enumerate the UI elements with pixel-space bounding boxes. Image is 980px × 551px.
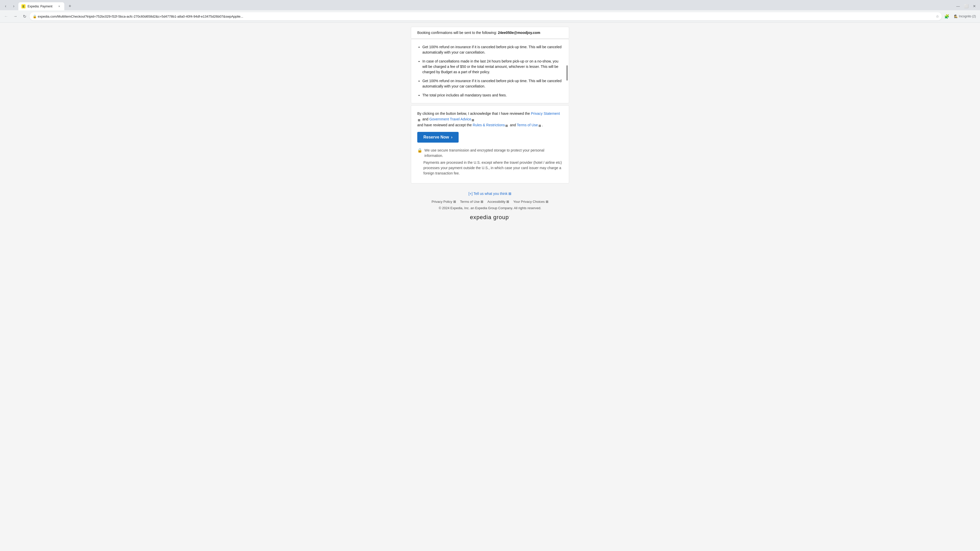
scrollbar-thumb[interactable] bbox=[566, 65, 568, 81]
incognito-icon: 🕵️ bbox=[954, 14, 958, 18]
external-icon: ⊠ bbox=[538, 124, 542, 127]
footer-logo: expedia group· bbox=[415, 214, 565, 221]
government-travel-link[interactable]: Government Travel Advice bbox=[429, 117, 471, 121]
minimize-button[interactable]: — bbox=[955, 3, 962, 10]
new-tab-button[interactable]: + bbox=[66, 3, 73, 10]
agreement-text: By clicking on the button below, I ackno… bbox=[417, 111, 563, 128]
window-controls: — ⬜ ✕ bbox=[955, 3, 978, 10]
address-bar-container: 🔒 ☆ bbox=[30, 12, 942, 21]
reserve-now-button[interactable]: Reserve Now › bbox=[417, 132, 458, 143]
footer-links: Privacy Policy ⊠ Terms of Use ⊠ Accessib… bbox=[415, 200, 565, 203]
active-tab[interactable]: E Expedia: Payment × bbox=[18, 2, 64, 11]
reserve-btn-label: Reserve Now bbox=[423, 135, 449, 140]
extensions-button[interactable]: 🧩 bbox=[943, 12, 951, 21]
reserve-btn-arrow: › bbox=[451, 135, 452, 140]
incognito-indicator: 🕵️ Incognito (2) bbox=[952, 14, 978, 19]
tab-title: Expedia: Payment bbox=[27, 5, 55, 8]
tab-favicon: E bbox=[21, 4, 25, 8]
maximize-button[interactable]: ⬜ bbox=[963, 3, 970, 10]
footer-privacy-choices-link[interactable]: Your Privacy Choices ⊠ bbox=[513, 200, 549, 203]
tab-prev-button[interactable]: ‹ bbox=[2, 3, 9, 10]
close-window-button[interactable]: ✕ bbox=[971, 3, 978, 10]
list-item: The total price includes all mandatory t… bbox=[422, 93, 563, 98]
lock-security-icon: 🔒 bbox=[417, 148, 422, 153]
browser-chrome: ‹ › E Expedia: Payment × + — ⬜ ✕ ← → ↻ 🔒… bbox=[0, 0, 980, 23]
agreement-and1: and bbox=[422, 117, 428, 121]
forward-button[interactable]: → bbox=[11, 12, 19, 21]
policy-list: Get 100% refund on insurance if it is ca… bbox=[417, 44, 563, 98]
extensions-icon: 🧩 bbox=[944, 14, 950, 19]
tab-close-button[interactable]: × bbox=[57, 4, 61, 8]
external-icon: ⊠ bbox=[506, 200, 509, 203]
footer-accessibility-link[interactable]: Accessibility ⊠ bbox=[487, 200, 509, 203]
external-icon: ⊠ bbox=[505, 124, 509, 127]
agreement-and3: and bbox=[510, 123, 516, 127]
agreement-prefix: By clicking on the button below, I ackno… bbox=[417, 111, 530, 116]
booking-email-link[interactable]: 24ee050e@moodjoy.com bbox=[498, 30, 540, 35]
agreement-card: By clicking on the button below, I ackno… bbox=[411, 105, 569, 183]
security-sub-text: Payments are processed in the U.S. excep… bbox=[417, 160, 563, 176]
rules-restrictions-link[interactable]: Rules & Restrictions bbox=[473, 123, 505, 127]
list-item: Get 100% refund on insurance if it is ca… bbox=[422, 78, 563, 89]
content-area: Booking confirmations will be sent to th… bbox=[411, 23, 569, 225]
feedback-external-icon: ⊠ bbox=[508, 192, 511, 196]
booking-confirmation-label: Booking confirmations will be sent to th… bbox=[417, 30, 497, 35]
booking-email-row: Booking confirmations will be sent to th… bbox=[411, 27, 569, 38]
footer-privacy-policy-link[interactable]: Privacy Policy ⊠ bbox=[431, 200, 456, 203]
external-icon: ⊠ bbox=[472, 118, 475, 121]
external-icon: ⊠ bbox=[418, 118, 422, 121]
external-icon: ⊠ bbox=[453, 200, 456, 203]
footer: [+] Tell us what you think ⊠ Privacy Pol… bbox=[411, 183, 569, 225]
refresh-button[interactable]: ↻ bbox=[21, 12, 29, 21]
external-icon: ⊠ bbox=[480, 200, 484, 203]
bookmark-icon[interactable]: ☆ bbox=[936, 14, 939, 18]
privacy-statement-link[interactable]: Privacy Statement bbox=[531, 111, 560, 116]
external-icon: ⊠ bbox=[546, 200, 549, 203]
security-main-text: We use secure transmission and encrypted… bbox=[425, 148, 563, 159]
tab-next-button[interactable]: › bbox=[10, 3, 18, 10]
list-item: Get 100% refund on insurance if it is ca… bbox=[422, 44, 563, 55]
footer-copyright: © 2024 Expedia, Inc. an Expedia Group Co… bbox=[415, 206, 565, 210]
list-item: In case of cancellations made in the las… bbox=[422, 59, 563, 75]
footer-terms-link[interactable]: Terms of Use ⊠ bbox=[460, 200, 484, 203]
page-wrapper: Booking confirmations will be sent to th… bbox=[0, 23, 980, 551]
agreement-and2: and have reviewed and accept the bbox=[417, 123, 472, 127]
policy-card: Get 100% refund on insurance if it is ca… bbox=[411, 39, 569, 103]
tab-bar: ‹ › E Expedia: Payment × + — ⬜ ✕ bbox=[0, 0, 980, 10]
nav-bar: ← → ↻ 🔒 ☆ 🧩 🕵️ Incognito (2) bbox=[0, 10, 980, 22]
back-button[interactable]: ← bbox=[2, 12, 10, 21]
footer-feedback: [+] Tell us what you think ⊠ bbox=[415, 192, 565, 196]
feedback-link[interactable]: [+] Tell us what you think ⊠ bbox=[469, 192, 512, 196]
security-row: 🔒 We use secure transmission and encrypt… bbox=[417, 148, 563, 159]
agreement-suffix: . bbox=[542, 123, 543, 127]
terms-of-use-link[interactable]: Terms of Use bbox=[517, 123, 538, 127]
address-bar[interactable] bbox=[30, 12, 942, 21]
scrollbar-track[interactable] bbox=[566, 41, 568, 101]
